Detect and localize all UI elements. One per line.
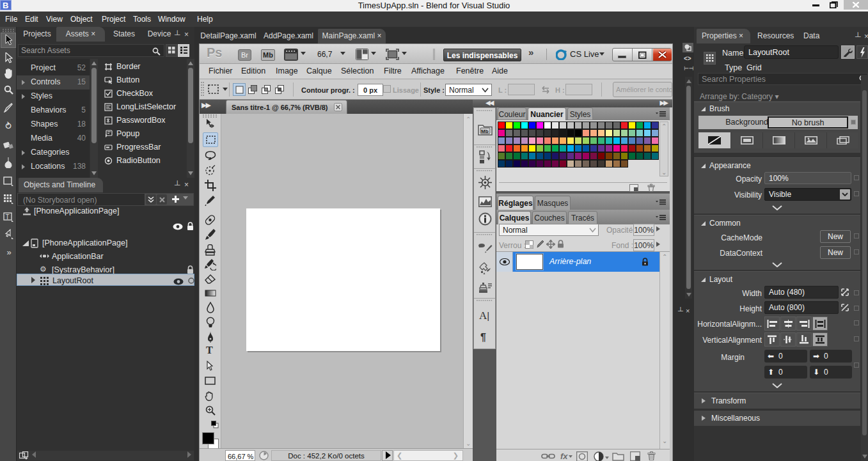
svg-text:Mb: Mb — [481, 129, 489, 134]
svg-text:T: T — [6, 214, 10, 221]
